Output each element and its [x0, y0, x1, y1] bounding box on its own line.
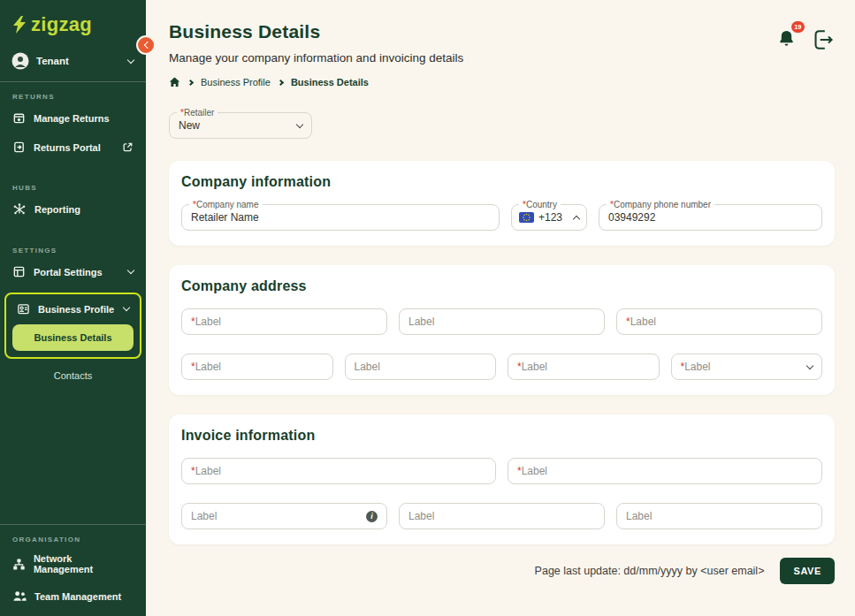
network-nodes-icon	[12, 558, 26, 571]
sidebar-item-manage-returns[interactable]: Manage Returns	[5, 104, 141, 132]
business-profile-card-icon	[17, 302, 30, 316]
zigzag-logo-text: zigzag	[31, 13, 92, 36]
reporting-hub-icon	[12, 202, 27, 217]
sidebar: zigzag Tenant RETURNS Manage Returns Ret…	[0, 0, 146, 616]
sidebar-item-reporting[interactable]: Reporting	[5, 195, 141, 224]
logo: zigzag	[0, 0, 146, 45]
field-placeholder: Label	[408, 316, 434, 328]
breadcrumb-business-profile[interactable]: Business Profile	[201, 77, 271, 87]
page-subtitle: Manage your company information and invo…	[169, 51, 463, 65]
tenant-menu[interactable]: Tenant	[0, 45, 146, 81]
field-label: *Company phone number	[607, 199, 714, 210]
address-field-1[interactable]: *Label	[181, 308, 387, 335]
address-field-4[interactable]: *Label	[181, 354, 333, 380]
section-title-organisation: ORGANISATION	[12, 536, 134, 544]
page-title: Business Details	[169, 21, 463, 42]
section-title-returns: RETURNS	[12, 93, 134, 101]
sidebar-item-network-management[interactable]: Network Management	[5, 546, 141, 582]
section-title-settings: SETTINGS	[12, 247, 134, 255]
sidebar-item-label: Team Management	[34, 591, 121, 602]
field-placeholder: Label	[355, 361, 380, 373]
field-placeholder: *Label	[191, 316, 221, 328]
card-title: Company address	[181, 278, 822, 294]
breadcrumb-separator-icon	[278, 79, 284, 85]
invoice-field-2[interactable]: *Label	[508, 458, 822, 484]
sidebar-divider	[0, 81, 146, 82]
portal-settings-icon	[12, 265, 26, 278]
country-code-select[interactable]: *Country +123	[511, 204, 587, 231]
sidebar-item-returns-portal[interactable]: Returns Portal	[5, 133, 141, 161]
card-title: Invoice information	[181, 428, 822, 444]
retailer-select[interactable]: *Retailer New	[169, 112, 312, 139]
main-content: Business Details Manage your company inf…	[146, 0, 855, 616]
page-footer: Page last update: dd/mm/yyyy by <user em…	[169, 558, 835, 584]
sidebar-item-business-details-active[interactable]: Business Details	[12, 324, 134, 351]
field-placeholder: Label	[191, 510, 217, 522]
breadcrumb: Business Profile Business Details	[169, 77, 463, 87]
external-link-icon	[122, 141, 134, 153]
field-label: *Company name	[189, 199, 263, 210]
logout-button[interactable]	[810, 27, 835, 52]
field-placeholder: *Label	[681, 361, 711, 373]
company-phone-field[interactable]: *Company phone number 03949292	[599, 204, 822, 231]
address-field-6[interactable]: *Label	[508, 354, 660, 380]
portal-document-icon	[12, 141, 26, 154]
chevron-down-icon	[127, 267, 134, 274]
sidebar-spacer	[0, 381, 146, 524]
invoice-field-3[interactable]: Label i	[181, 503, 387, 529]
field-label: *Country	[519, 199, 561, 210]
sidebar-item-team-management[interactable]: Team Management	[5, 582, 141, 610]
eu-flag-icon	[519, 212, 534, 223]
section-title-hubs: HUBS	[12, 184, 134, 192]
chevron-left-icon	[143, 42, 150, 49]
save-button[interactable]: SAVE	[780, 558, 835, 584]
breadcrumb-business-details: Business Details	[291, 77, 369, 87]
returns-box-icon	[12, 111, 26, 125]
sidebar-item-label: Business Profile	[38, 304, 114, 315]
company-phone-value: 03949292	[608, 211, 655, 224]
sidebar-item-contacts[interactable]: Contacts	[0, 370, 146, 381]
logout-icon	[810, 27, 835, 52]
invoice-information-card: Invoice information *Label *Label Label …	[169, 414, 835, 544]
field-placeholder: *Label	[517, 465, 547, 477]
tenant-label: Tenant	[36, 56, 69, 66]
retailer-label: *Retailer	[177, 107, 218, 118]
sidebar-item-label: Network Management	[34, 553, 134, 574]
sidebar-item-label: Manage Returns	[34, 113, 110, 124]
sidebar-item-portal-settings[interactable]: Portal Settings	[5, 258, 141, 285]
page-header: Business Details Manage your company inf…	[169, 21, 835, 87]
info-icon[interactable]: i	[366, 511, 378, 522]
bell-icon	[778, 29, 795, 48]
sidebar-item-label: Portal Settings	[34, 267, 103, 278]
business-profile-highlight-group: Business Profile Business Details	[4, 293, 141, 359]
card-title: Company information	[181, 174, 822, 190]
company-name-field[interactable]: *Company name Retailer Name	[181, 204, 500, 231]
chevron-down-icon	[123, 304, 130, 311]
field-placeholder: *Label	[626, 316, 656, 328]
sidebar-bottom-block: ORGANISATION Network Management Team Man…	[0, 524, 146, 616]
sidebar-collapse-button[interactable]	[136, 35, 156, 55]
last-update-text: Page last update: dd/mm/yyyy by <user em…	[535, 565, 765, 577]
breadcrumb-separator-icon	[187, 79, 194, 85]
chevron-down-icon	[296, 120, 303, 127]
home-icon[interactable]	[169, 77, 180, 87]
sidebar-item-business-profile[interactable]: Business Profile	[10, 295, 136, 323]
field-placeholder: *Label	[191, 361, 221, 373]
invoice-field-1[interactable]: *Label	[181, 458, 496, 484]
address-field-3[interactable]: *Label	[616, 308, 822, 335]
company-information-card: Company information *Company name Retail…	[169, 161, 835, 246]
notification-count-badge: 19	[791, 21, 805, 33]
sidebar-item-label: Returns Portal	[34, 142, 101, 153]
notifications-button[interactable]: 19	[776, 27, 797, 52]
field-placeholder: *Label	[517, 361, 547, 373]
invoice-field-5[interactable]: Label	[616, 503, 822, 529]
address-select-7[interactable]: *Label	[671, 354, 823, 380]
chevron-down-icon	[806, 361, 813, 369]
address-field-5[interactable]: Label	[345, 354, 497, 380]
team-people-icon	[12, 589, 27, 603]
invoice-field-4[interactable]: Label	[399, 503, 605, 529]
field-placeholder: Label	[626, 510, 652, 522]
company-name-value: Retailer Name	[191, 211, 259, 224]
chevron-up-icon	[573, 215, 580, 222]
address-field-2[interactable]: Label	[399, 308, 605, 335]
